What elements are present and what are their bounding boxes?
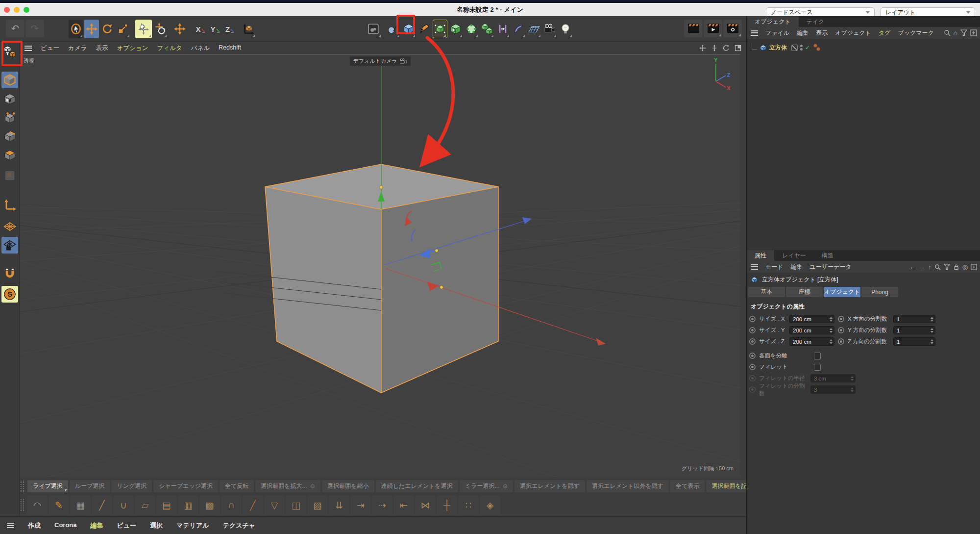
point-mode-button[interactable] (1, 109, 18, 126)
search-icon[interactable] (944, 29, 951, 36)
spinner[interactable] (830, 317, 833, 322)
render-active-view-button[interactable] (684, 20, 703, 37)
workplane-mode-button[interactable] (1, 218, 18, 235)
polygon-pen-button[interactable]: ✎ (49, 495, 69, 515)
viewport-menu-item[interactable]: Redshift (219, 44, 241, 52)
lock-y-axis-button[interactable]: Y (209, 20, 222, 38)
attr-input[interactable]: 200 cm (789, 315, 834, 323)
key-radio[interactable] (749, 338, 756, 345)
rotate-view-icon[interactable] (723, 45, 730, 51)
weld-tool-button[interactable]: ⇥ (350, 495, 371, 515)
lock-workplane-button[interactable] (1, 237, 18, 254)
viewport-3d[interactable]: 透視 デフォルトカメラ Y Z X グリッド間隔 : 50 cm (20, 54, 740, 477)
spinner[interactable] (931, 328, 933, 333)
cluster-generator-button[interactable] (464, 20, 479, 38)
lock-x-axis-button[interactable]: X (194, 20, 208, 38)
key-radio[interactable] (749, 316, 756, 322)
point-cube-tool-button[interactable]: ◈ (480, 495, 500, 515)
volume-generator-button[interactable] (480, 20, 494, 38)
subdivision-surface-button[interactable] (433, 20, 447, 38)
viewport-menu-item[interactable]: パネル (191, 44, 210, 52)
gizmo-rotate-tool[interactable] (153, 20, 168, 38)
line-cut-tool-button[interactable]: ▨ (307, 495, 328, 515)
deformer-button[interactable] (511, 20, 526, 38)
plane-cut-tool-button[interactable]: ▽ (264, 495, 285, 515)
up-arrow-icon[interactable]: ↑ (928, 263, 931, 271)
spline-primitive-button[interactable] (386, 20, 400, 38)
filter-icon[interactable] (960, 29, 967, 36)
enabled-check-icon[interactable]: ✓ (805, 44, 810, 51)
om-menu-item[interactable]: オブジェクト (835, 29, 871, 37)
split-tool-button[interactable]: ⇤ (393, 495, 414, 515)
live-selection-tool[interactable] (69, 20, 83, 38)
am-menu-item[interactable]: モード (765, 263, 784, 271)
layout-dropdown[interactable]: レイアウト (881, 7, 975, 17)
bottom-menu-icon[interactable] (7, 523, 14, 528)
am-menu-item[interactable]: 編集 (791, 263, 803, 271)
section-tab-基本[interactable]: 基本 (748, 287, 785, 297)
nodespace-dropdown[interactable]: ノードスペース (766, 7, 875, 17)
object-manager-menu-icon[interactable] (751, 30, 758, 36)
bottom-menu-item[interactable]: マテリアル (176, 521, 209, 530)
matrix-extrude-tool-button[interactable]: ▩ (199, 495, 220, 515)
reset-points-tool-button[interactable]: ∷ (458, 495, 479, 515)
selection-button[interactable]: 選択範囲を拡大...⚙ (255, 480, 320, 492)
om-menu-item[interactable]: ブックマーク (898, 29, 933, 37)
selection-button[interactable]: 選択エレメント以外を隠す (587, 480, 669, 492)
key-radio[interactable] (749, 327, 756, 333)
cursor-move-tool[interactable] (135, 20, 152, 38)
om-menu-item[interactable]: 編集 (797, 29, 808, 37)
selection-button[interactable]: リング選択 (111, 480, 152, 492)
spinner[interactable] (931, 339, 933, 344)
object-name[interactable]: 立方体 (769, 44, 787, 52)
viewport-menu-item[interactable]: ビュー (41, 44, 59, 52)
tab-構造[interactable]: 構造 (814, 250, 841, 261)
light-object-button[interactable] (558, 20, 573, 38)
floor-object-button[interactable] (527, 20, 541, 38)
close-window-button[interactable] (4, 7, 10, 13)
axis-mode-button[interactable] (1, 197, 18, 213)
measure-tool-button[interactable]: ◠ (27, 495, 48, 515)
coordinate-system-button[interactable] (241, 20, 256, 38)
selection-button[interactable]: ミラー選択...⚙ (460, 480, 513, 492)
forward-arrow-icon[interactable]: → (919, 263, 925, 271)
key-radio[interactable] (749, 353, 756, 359)
bottom-menu-item[interactable]: Corona (54, 521, 77, 530)
checkbox-unchecked[interactable] (814, 353, 821, 359)
dolly-view-icon[interactable] (711, 45, 718, 51)
make-editable-button[interactable] (1, 44, 18, 60)
bottom-menu-item[interactable]: 編集 (91, 521, 103, 530)
om-menu-item[interactable]: 表示 (816, 29, 828, 37)
key-radio[interactable] (838, 338, 844, 345)
tab-テイク[interactable]: テイク (799, 16, 833, 27)
snap-settings-button[interactable]: S (1, 286, 18, 303)
sculpt-brush-button[interactable]: ╱ (92, 495, 112, 515)
undo-button[interactable]: ↶ (6, 20, 24, 37)
projection-label[interactable]: 透視 (24, 57, 34, 65)
key-radio[interactable] (749, 364, 756, 370)
om-menu-item[interactable]: ファイル (765, 29, 789, 37)
selection-button[interactable]: ループ選択 (70, 480, 110, 492)
bottom-menu-item[interactable]: 作成 (28, 521, 41, 530)
tab-オブジェクト[interactable]: オブジェクト (747, 16, 799, 27)
render-settings-button[interactable] (723, 20, 742, 37)
minimize-window-button[interactable] (14, 7, 20, 13)
attr-input[interactable]: 1 (893, 315, 935, 323)
disconnect-tool-button[interactable]: ⇊ (329, 495, 349, 515)
selection-button[interactable]: 全て表示 (670, 480, 705, 492)
render-picture-viewer-button[interactable] (704, 20, 722, 37)
attr-input[interactable]: 200 cm (789, 337, 834, 346)
tab-レイヤー[interactable]: レイヤー (774, 250, 814, 261)
camera-label[interactable]: デフォルトカメラ (349, 56, 410, 66)
record-icon[interactable]: ◎ (962, 263, 968, 271)
mirror-tool-button[interactable]: ⋈ (415, 495, 436, 515)
tab-属性[interactable]: 属性 (747, 250, 774, 261)
bottom-menu-item[interactable]: テクスチャ (223, 521, 256, 530)
spinner[interactable] (931, 317, 933, 322)
rotate-tool[interactable] (100, 20, 115, 38)
lock-z-axis-button[interactable]: Z (223, 20, 237, 38)
phong-tag-icon[interactable] (812, 44, 821, 51)
spinner[interactable] (830, 328, 833, 333)
animation-mode-disabled-button[interactable] (1, 167, 18, 184)
viewport-menu-icon[interactable] (24, 46, 32, 51)
